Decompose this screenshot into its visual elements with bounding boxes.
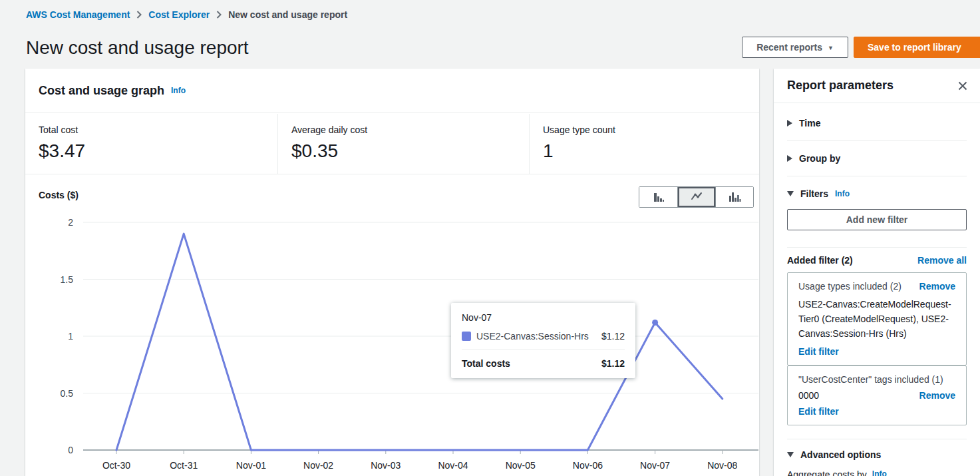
edit-filter-link[interactable]: Edit filter (798, 406, 839, 417)
x-tick-label: Nov-08 (707, 460, 737, 471)
chevron-right-icon (216, 11, 222, 19)
cost-and-usage-graph-panel: Cost and usage graph Info Total cost $3.… (25, 69, 759, 476)
stat-value: $0.35 (291, 140, 529, 162)
x-tick-label: Nov-03 (371, 460, 401, 471)
filter-title: Usage types included (2) (798, 281, 901, 292)
y-tick-label: 2 (68, 217, 73, 228)
y-tick-label: 0 (68, 445, 73, 455)
stat-label: Total cost (39, 124, 277, 135)
filter-title: "UserCostCenter" tags included (1) (798, 374, 943, 385)
sidebar-title: Report parameters (787, 79, 894, 93)
add-new-filter-button[interactable]: Add new filter (787, 209, 967, 230)
remove-filter-link[interactable]: Remove (919, 281, 955, 292)
x-tick-label: Nov-07 (640, 460, 670, 471)
y-tick-label: 1.5 (61, 274, 74, 285)
triangle-down-icon (787, 452, 794, 457)
advanced-options-section-toggle[interactable]: Advanced options (787, 449, 967, 460)
triangle-right-icon (787, 120, 792, 126)
time-section-toggle[interactable]: Time (787, 118, 967, 128)
save-button-label: Save to report library (868, 42, 961, 53)
chevron-right-icon (136, 11, 142, 19)
chart-axis-title: Costs ($) (39, 190, 79, 200)
triangle-down-icon (787, 191, 794, 196)
triangle-right-icon (787, 155, 792, 162)
advanced-options-label: Advanced options (800, 449, 881, 460)
caret-down-icon: ▼ (828, 45, 834, 51)
x-tick-label: Oct-31 (170, 460, 198, 471)
stat-label: Average daily cost (291, 124, 529, 135)
panel-title: Cost and usage graph (39, 84, 164, 98)
stats-row: Total cost $3.47 Average daily cost $0.3… (25, 114, 759, 174)
close-icon (957, 81, 968, 91)
bar-chart-icon (652, 190, 665, 204)
tooltip-series-value: $1.12 (601, 331, 625, 342)
report-parameters-sidebar: Report parameters Time Group by Filters … (774, 69, 980, 476)
filter-description: USE2-Canvas:CreateModelRequest-Tier0 (Cr… (798, 297, 955, 341)
series-color-swatch (462, 332, 471, 341)
clipped-info-link[interactable]: Info (872, 469, 887, 476)
save-to-report-library-button[interactable]: Save to report library (854, 37, 980, 58)
line-chart-icon (690, 190, 703, 204)
x-tick-label: Nov-05 (506, 460, 536, 471)
panel-header: Cost and usage graph Info (25, 69, 759, 113)
tooltip-total-value: $1.12 (601, 358, 625, 369)
group-by-section-toggle[interactable]: Group by (787, 153, 967, 164)
tooltip-series-name: USE2-Canvas:Session-Hrs (476, 331, 589, 342)
stat-usage-type-count: Usage type count 1 (529, 114, 759, 174)
tooltip-series-row: USE2-Canvas:Session-Hrs $1.12 (462, 331, 625, 342)
remove-filter-link[interactable]: Remove (919, 390, 955, 401)
close-sidebar-button[interactable] (957, 81, 968, 91)
clipped-option-label: Aggregate costs by (787, 469, 867, 476)
filter-value: 0000 (798, 390, 819, 401)
added-filter-row: Added filter (2) Remove all (787, 255, 967, 266)
cost-line-chart: 00.511.52Oct-30Oct-31Nov-01Nov-02Nov-03N… (25, 208, 759, 476)
stacked-bar-chart-type-button[interactable] (715, 187, 753, 207)
stat-label: Usage type count (543, 124, 759, 135)
stacked-bar-chart-icon (728, 190, 741, 204)
x-tick-label: Nov-01 (236, 460, 266, 471)
bar-chart-type-button[interactable] (639, 187, 677, 207)
tooltip-date: Nov-07 (462, 312, 625, 323)
x-tick-label: Oct-30 (102, 460, 130, 471)
divider (787, 439, 967, 439)
highlighted-data-point (652, 320, 658, 326)
filter-card-header: Usage types included (2) Remove (798, 281, 955, 292)
x-tick-label: Nov-02 (303, 460, 333, 471)
sidebar-header: Report parameters (774, 69, 980, 103)
divider (787, 247, 967, 248)
line-chart-type-button[interactable] (677, 187, 715, 207)
filter-value-row: 0000 Remove (798, 390, 955, 401)
filters-info-link[interactable]: Info (835, 189, 850, 198)
time-section-label: Time (799, 118, 820, 128)
divider (787, 140, 967, 141)
stat-value: $3.47 (39, 140, 277, 162)
tooltip-total-label: Total costs (462, 358, 510, 369)
filter-card-usage-types: Usage types included (2) Remove USE2-Can… (787, 272, 967, 365)
filters-section-toggle[interactable]: Filters Info (787, 188, 967, 199)
recent-reports-label: Recent reports (756, 42, 822, 53)
tooltip-total-row: Total costs $1.12 (462, 358, 625, 369)
filter-card-usercostcenter-tags: "UserCostCenter" tags included (1) 0000 … (787, 365, 967, 425)
aggregate-costs-by-label: Aggregate costs by Info (787, 469, 967, 476)
breadcrumb-current: New cost and usage report (228, 9, 347, 20)
stat-value: 1 (543, 140, 759, 162)
breadcrumb-aws-cost-management[interactable]: AWS Cost Management (26, 9, 130, 20)
x-tick-label: Nov-04 (438, 460, 468, 471)
panel-info-link[interactable]: Info (171, 86, 186, 95)
divider (462, 350, 625, 350)
breadcrumb-cost-explorer[interactable]: Cost Explorer (148, 9, 210, 20)
filter-card-header: "UserCostCenter" tags included (1) (798, 374, 955, 385)
x-tick-label: Nov-06 (573, 460, 603, 471)
divider (787, 176, 967, 176)
filters-section-label: Filters (800, 188, 828, 199)
y-tick-label: 1 (68, 331, 73, 342)
stat-total-cost: Total cost $3.47 (25, 114, 277, 174)
chart-tooltip: Nov-07 USE2-Canvas:Session-Hrs $1.12 Tot… (451, 303, 635, 378)
stat-average-daily-cost: Average daily cost $0.35 (277, 114, 529, 174)
added-filter-label: Added filter (2) (787, 255, 853, 266)
edit-filter-link[interactable]: Edit filter (798, 346, 839, 357)
remove-all-link[interactable]: Remove all (917, 255, 967, 266)
group-by-section-label: Group by (799, 153, 840, 164)
chart-type-switcher (639, 186, 754, 208)
recent-reports-button[interactable]: Recent reports ▼ (742, 37, 848, 58)
